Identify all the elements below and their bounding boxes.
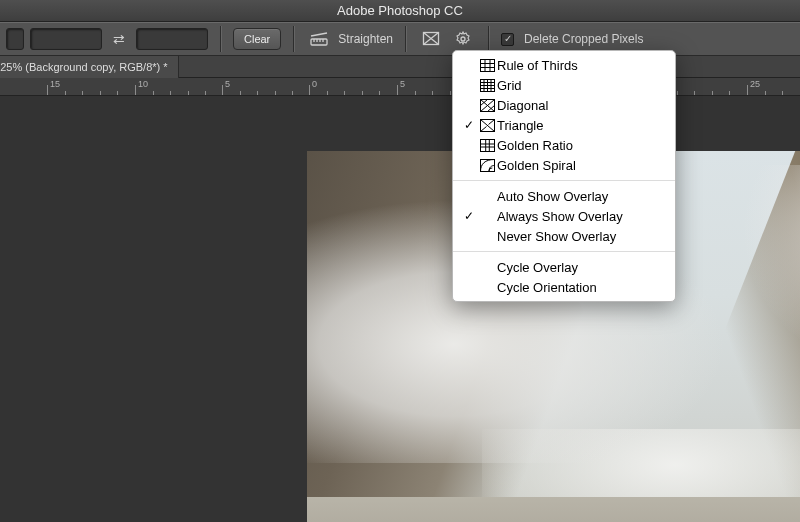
crop-settings-gear-icon[interactable] xyxy=(450,28,476,50)
menu-item-label: Cycle Overlay xyxy=(497,260,663,275)
app-titlebar: Adobe Photoshop CC xyxy=(0,0,800,22)
ruler-label: 5 xyxy=(400,79,405,89)
menu-item[interactable]: ✓Always Show Overlay xyxy=(453,206,675,226)
menu-item[interactable]: Golden Spiral xyxy=(453,155,675,175)
menu-item-label: Rule of Thirds xyxy=(497,58,663,73)
canvas-area[interactable] xyxy=(0,96,800,522)
menu-item[interactable]: Golden Ratio xyxy=(453,135,675,155)
golden-overlay-icon xyxy=(477,139,497,152)
menu-item-label: Auto Show Overlay xyxy=(497,189,663,204)
ruler-tick-minor xyxy=(275,91,276,95)
aspect-w-field[interactable] xyxy=(6,28,24,50)
separator xyxy=(488,26,489,52)
diag-overlay-icon xyxy=(477,99,497,112)
ruler-tick-minor xyxy=(188,91,189,95)
ruler-tick-minor xyxy=(240,91,241,95)
separator xyxy=(220,26,221,52)
ruler-tick-minor xyxy=(65,91,66,95)
clear-label: Clear xyxy=(244,33,270,45)
ruler-tick-major xyxy=(397,85,398,95)
ruler-label: 25 xyxy=(750,79,760,89)
ruler-tick-minor xyxy=(327,91,328,95)
ruler-label: 10 xyxy=(138,79,148,89)
svg-rect-7 xyxy=(480,139,494,151)
tri-overlay-icon xyxy=(477,119,497,132)
svg-point-2 xyxy=(461,37,465,41)
crop-overlay-dropdown: Rule of ThirdsGridDiagonal✓TriangleGolde… xyxy=(452,50,676,302)
grid-overlay-icon xyxy=(477,79,497,92)
menu-item[interactable]: Cycle Overlay xyxy=(453,257,675,277)
ruler-tick-minor xyxy=(415,91,416,95)
menu-item-label: Always Show Overlay xyxy=(497,209,663,224)
ruler-tick-minor xyxy=(205,91,206,95)
straighten-icon[interactable] xyxy=(306,28,332,50)
ruler-tick-minor xyxy=(432,91,433,95)
menu-item-label: Cycle Orientation xyxy=(497,280,663,295)
overlay-menu-icon[interactable] xyxy=(418,28,444,50)
menu-item-label: Golden Ratio xyxy=(497,138,663,153)
ruler-tick-minor xyxy=(117,91,118,95)
clear-button[interactable]: Clear xyxy=(233,28,281,50)
menu-separator xyxy=(453,180,675,181)
ruler-tick-major xyxy=(747,85,748,95)
ruler-label: 0 xyxy=(312,79,317,89)
ruler-tick-minor xyxy=(677,91,678,95)
delete-cropped-checkbox[interactable]: ✓ xyxy=(501,33,514,46)
menu-item-label: Never Show Overlay xyxy=(497,229,663,244)
ruler-tick-minor xyxy=(450,91,451,95)
ruler-tick-minor xyxy=(362,91,363,95)
aspect-h-value[interactable] xyxy=(136,28,208,50)
ruler-tick-minor xyxy=(153,91,154,95)
menu-item-label: Golden Spiral xyxy=(497,158,663,173)
app-title: Adobe Photoshop CC xyxy=(337,3,463,18)
ruler-tick-major xyxy=(222,85,223,95)
ruler-tick-minor xyxy=(379,91,380,95)
checkmark-icon: ✓ xyxy=(461,209,477,223)
ruler-tick-minor xyxy=(257,91,258,95)
ruler-tick-minor xyxy=(82,91,83,95)
ruler-tick-minor xyxy=(100,91,101,95)
svg-rect-3 xyxy=(480,59,494,71)
swap-dimensions-icon[interactable]: ⇄ xyxy=(108,28,130,50)
ruler-label: 15 xyxy=(50,79,60,89)
ruler-tick-minor xyxy=(729,91,730,95)
ruler-tick-minor xyxy=(292,91,293,95)
delete-cropped-label: Delete Cropped Pixels xyxy=(524,32,643,46)
menu-item[interactable]: Cycle Orientation xyxy=(453,277,675,297)
menu-item-label: Diagonal xyxy=(497,98,663,113)
checkmark-icon: ✓ xyxy=(461,118,477,132)
crop-options-bar: ⇄ Clear Straighten ✓ Delete Cropped Pixe… xyxy=(0,22,800,56)
ruler-tick-minor xyxy=(170,91,171,95)
document-tab[interactable]: @ 25% (Background copy, RGB/8*) * xyxy=(0,56,179,78)
menu-item[interactable]: Diagonal xyxy=(453,95,675,115)
separator xyxy=(293,26,294,52)
ruler-tick-major xyxy=(309,85,310,95)
menu-item[interactable]: Auto Show Overlay xyxy=(453,186,675,206)
menu-item[interactable]: ✓Triangle xyxy=(453,115,675,135)
ruler-tick-major xyxy=(47,85,48,95)
horizontal-ruler[interactable]: 151050510152025 xyxy=(0,78,800,96)
document-tab-label: @ 25% (Background copy, RGB/8*) * xyxy=(0,61,168,73)
ruler-tick-minor xyxy=(712,91,713,95)
ruler-tick-minor xyxy=(765,91,766,95)
spiral-overlay-icon xyxy=(477,159,497,172)
menu-item-label: Triangle xyxy=(497,118,663,133)
straighten-label: Straighten xyxy=(338,32,393,46)
ruler-label: 5 xyxy=(225,79,230,89)
menu-separator xyxy=(453,251,675,252)
separator xyxy=(405,26,406,52)
ruler-tick-minor xyxy=(782,91,783,95)
document-tabstrip: @ 25% (Background copy, RGB/8*) * xyxy=(0,56,800,78)
ruler-tick-minor xyxy=(344,91,345,95)
ruler-tick-minor xyxy=(694,91,695,95)
menu-item-label: Grid xyxy=(497,78,663,93)
thirds-overlay-icon xyxy=(477,59,497,72)
aspect-w-value[interactable] xyxy=(30,28,102,50)
menu-item[interactable]: Rule of Thirds xyxy=(453,55,675,75)
ruler-tick-major xyxy=(135,85,136,95)
menu-item[interactable]: Grid xyxy=(453,75,675,95)
menu-item[interactable]: Never Show Overlay xyxy=(453,226,675,246)
